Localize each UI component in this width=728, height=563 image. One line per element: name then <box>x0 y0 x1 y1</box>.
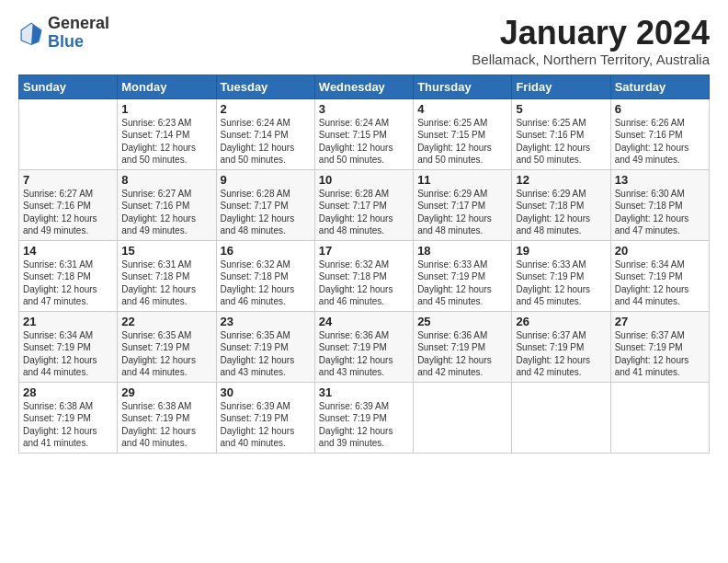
day-info: Sunrise: 6:24 AMSunset: 7:15 PMDaylight:… <box>319 118 393 166</box>
day-info: Sunrise: 6:37 AMSunset: 7:19 PMDaylight:… <box>516 330 590 378</box>
day-number: 31 <box>319 385 409 399</box>
day-number: 2 <box>221 102 311 116</box>
calendar-cell: 10Sunrise: 6:28 AMSunset: 7:17 PMDayligh… <box>314 169 413 240</box>
calendar-cell: 2Sunrise: 6:24 AMSunset: 7:14 PMDaylight… <box>216 98 314 169</box>
day-info: Sunrise: 6:29 AMSunset: 7:18 PMDaylight:… <box>516 189 590 236</box>
calendar-week-1: 7Sunrise: 6:27 AMSunset: 7:16 PMDaylight… <box>19 169 710 240</box>
day-number: 18 <box>417 244 507 258</box>
calendar-cell: 24Sunrise: 6:36 AMSunset: 7:19 PMDayligh… <box>314 311 413 382</box>
calendar-cell: 31Sunrise: 6:39 AMSunset: 7:19 PMDayligh… <box>314 382 413 453</box>
col-friday: Friday <box>512 75 610 98</box>
day-info: Sunrise: 6:37 AMSunset: 7:19 PMDaylight:… <box>615 330 689 378</box>
calendar-cell: 19Sunrise: 6:33 AMSunset: 7:19 PMDayligh… <box>512 240 610 311</box>
day-number: 20 <box>615 244 705 258</box>
day-info: Sunrise: 6:23 AMSunset: 7:14 PMDaylight:… <box>121 118 196 166</box>
calendar-cell: 26Sunrise: 6:37 AMSunset: 7:19 PMDayligh… <box>512 311 610 382</box>
calendar-cell <box>512 382 610 453</box>
calendar-cell: 4Sunrise: 6:25 AMSunset: 7:15 PMDaylight… <box>414 98 512 169</box>
logo-icon <box>18 20 44 46</box>
calendar-cell: 1Sunrise: 6:23 AMSunset: 7:14 PMDaylight… <box>118 98 216 169</box>
calendar-body: 1Sunrise: 6:23 AMSunset: 7:14 PMDaylight… <box>19 98 710 453</box>
day-number: 9 <box>221 173 311 187</box>
calendar-cell: 27Sunrise: 6:37 AMSunset: 7:19 PMDayligh… <box>610 311 709 382</box>
col-tuesday: Tuesday <box>216 75 314 98</box>
logo-general-text: General <box>48 15 109 33</box>
day-info: Sunrise: 6:25 AMSunset: 7:15 PMDaylight:… <box>417 118 492 166</box>
day-number: 26 <box>516 315 606 328</box>
calendar-cell: 8Sunrise: 6:27 AMSunset: 7:16 PMDaylight… <box>118 169 216 240</box>
day-info: Sunrise: 6:33 AMSunset: 7:19 PMDaylight:… <box>417 259 492 307</box>
logo-text: General Blue <box>48 15 109 52</box>
day-number: 16 <box>221 244 311 258</box>
day-number: 23 <box>221 315 311 328</box>
day-number: 30 <box>221 385 311 399</box>
day-number: 13 <box>615 173 705 187</box>
day-info: Sunrise: 6:28 AMSunset: 7:17 PMDaylight:… <box>221 189 295 236</box>
calendar-week-4: 28Sunrise: 6:38 AMSunset: 7:19 PMDayligh… <box>19 382 710 453</box>
day-number: 3 <box>319 102 409 116</box>
day-info: Sunrise: 6:35 AMSunset: 7:19 PMDaylight:… <box>221 330 295 378</box>
calendar-cell: 25Sunrise: 6:36 AMSunset: 7:19 PMDayligh… <box>414 311 512 382</box>
header-row: Sunday Monday Tuesday Wednesday Thursday… <box>19 75 710 98</box>
calendar-table: Sunday Monday Tuesday Wednesday Thursday… <box>18 75 710 454</box>
day-info: Sunrise: 6:32 AMSunset: 7:18 PMDaylight:… <box>221 259 295 307</box>
calendar-week-0: 1Sunrise: 6:23 AMSunset: 7:14 PMDaylight… <box>19 98 710 169</box>
calendar-cell: 14Sunrise: 6:31 AMSunset: 7:18 PMDayligh… <box>19 240 118 311</box>
day-info: Sunrise: 6:27 AMSunset: 7:16 PMDaylight:… <box>23 189 97 236</box>
calendar-cell: 6Sunrise: 6:26 AMSunset: 7:16 PMDaylight… <box>610 98 709 169</box>
day-info: Sunrise: 6:34 AMSunset: 7:19 PMDaylight:… <box>23 330 97 378</box>
day-number: 29 <box>121 385 211 399</box>
calendar-week-2: 14Sunrise: 6:31 AMSunset: 7:18 PMDayligh… <box>19 240 710 311</box>
day-number: 27 <box>615 315 705 328</box>
calendar-header: Sunday Monday Tuesday Wednesday Thursday… <box>19 75 710 98</box>
day-number: 19 <box>516 244 606 258</box>
logo: General Blue <box>18 15 109 52</box>
calendar-cell <box>414 382 512 453</box>
calendar-cell <box>19 98 118 169</box>
day-number: 21 <box>23 315 113 328</box>
day-info: Sunrise: 6:30 AMSunset: 7:18 PMDaylight:… <box>615 189 689 236</box>
day-info: Sunrise: 6:29 AMSunset: 7:17 PMDaylight:… <box>417 189 492 236</box>
day-info: Sunrise: 6:38 AMSunset: 7:19 PMDaylight:… <box>23 401 97 449</box>
day-info: Sunrise: 6:26 AMSunset: 7:16 PMDaylight:… <box>615 118 689 166</box>
calendar-cell: 22Sunrise: 6:35 AMSunset: 7:19 PMDayligh… <box>118 311 216 382</box>
day-number: 25 <box>417 315 507 328</box>
calendar-cell: 28Sunrise: 6:38 AMSunset: 7:19 PMDayligh… <box>19 382 118 453</box>
day-number: 28 <box>23 385 113 399</box>
calendar-cell: 21Sunrise: 6:34 AMSunset: 7:19 PMDayligh… <box>19 311 118 382</box>
title-block: January 2024 Bellamack, Northern Territo… <box>472 15 710 67</box>
col-monday: Monday <box>118 75 216 98</box>
calendar-cell: 11Sunrise: 6:29 AMSunset: 7:17 PMDayligh… <box>414 169 512 240</box>
day-number: 11 <box>417 173 507 187</box>
calendar-cell: 17Sunrise: 6:32 AMSunset: 7:18 PMDayligh… <box>314 240 413 311</box>
calendar-week-3: 21Sunrise: 6:34 AMSunset: 7:19 PMDayligh… <box>19 311 710 382</box>
calendar-cell: 13Sunrise: 6:30 AMSunset: 7:18 PMDayligh… <box>610 169 709 240</box>
day-info: Sunrise: 6:33 AMSunset: 7:19 PMDaylight:… <box>516 259 590 307</box>
calendar-cell: 23Sunrise: 6:35 AMSunset: 7:19 PMDayligh… <box>216 311 314 382</box>
day-number: 10 <box>319 173 409 187</box>
calendar-cell: 18Sunrise: 6:33 AMSunset: 7:19 PMDayligh… <box>414 240 512 311</box>
day-info: Sunrise: 6:28 AMSunset: 7:17 PMDaylight:… <box>319 189 393 236</box>
calendar-cell: 7Sunrise: 6:27 AMSunset: 7:16 PMDaylight… <box>19 169 118 240</box>
day-number: 1 <box>121 102 211 116</box>
col-wednesday: Wednesday <box>314 75 413 98</box>
header: General Blue January 2024 Bellamack, Nor… <box>18 15 710 67</box>
day-number: 6 <box>615 102 705 116</box>
day-info: Sunrise: 6:32 AMSunset: 7:18 PMDaylight:… <box>319 259 393 307</box>
day-number: 5 <box>516 102 606 116</box>
calendar-cell: 16Sunrise: 6:32 AMSunset: 7:18 PMDayligh… <box>216 240 314 311</box>
location-title: Bellamack, Northern Territory, Australia <box>472 52 710 67</box>
day-info: Sunrise: 6:31 AMSunset: 7:18 PMDaylight:… <box>23 259 97 307</box>
calendar-cell: 20Sunrise: 6:34 AMSunset: 7:19 PMDayligh… <box>610 240 709 311</box>
day-info: Sunrise: 6:27 AMSunset: 7:16 PMDaylight:… <box>121 189 196 236</box>
day-info: Sunrise: 6:24 AMSunset: 7:14 PMDaylight:… <box>221 118 295 166</box>
day-info: Sunrise: 6:35 AMSunset: 7:19 PMDaylight:… <box>121 330 196 378</box>
day-info: Sunrise: 6:39 AMSunset: 7:19 PMDaylight:… <box>221 401 295 449</box>
day-number: 22 <box>121 315 211 328</box>
calendar-cell: 5Sunrise: 6:25 AMSunset: 7:16 PMDaylight… <box>512 98 610 169</box>
day-info: Sunrise: 6:36 AMSunset: 7:19 PMDaylight:… <box>319 330 393 378</box>
day-number: 24 <box>319 315 409 328</box>
day-number: 7 <box>23 173 113 187</box>
col-saturday: Saturday <box>610 75 709 98</box>
day-info: Sunrise: 6:34 AMSunset: 7:19 PMDaylight:… <box>615 259 689 307</box>
